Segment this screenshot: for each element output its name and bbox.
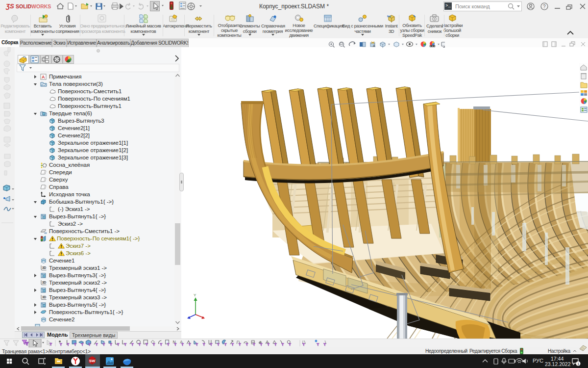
svg-text:?: ? bbox=[543, 4, 546, 9]
svg-text:Y: Y bbox=[194, 293, 196, 297]
svg-text:A: A bbox=[373, 44, 375, 48]
svg-text:SW: SW bbox=[89, 359, 96, 363]
svg-text:1: 1 bbox=[577, 362, 580, 366]
svg-text:3D: 3D bbox=[42, 295, 47, 299]
svg-text:A: A bbox=[42, 75, 45, 79]
svg-text:23.12.2022: 23.12.2022 bbox=[545, 361, 571, 367]
svg-text:3D: 3D bbox=[42, 266, 47, 269]
svg-text:РУС: РУС bbox=[533, 358, 543, 364]
svg-text:Ins: Ins bbox=[387, 15, 392, 18]
svg-text:3D: 3D bbox=[42, 281, 47, 284]
